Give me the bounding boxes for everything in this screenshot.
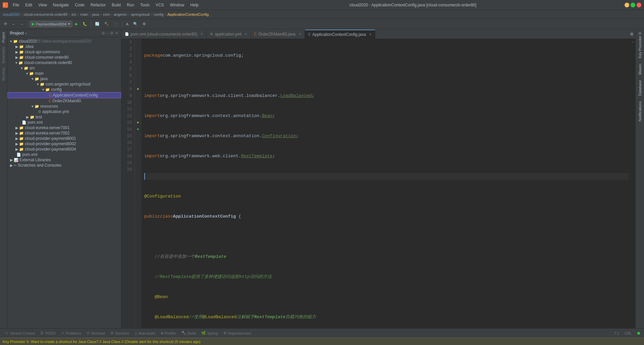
- resources-folder-icon: 📁: [35, 104, 39, 109]
- tree-pom-xml-zk[interactable]: 📄 pom.xml: [7, 120, 121, 125]
- breadcrumb-springcloud[interactable]: springcloud: [131, 12, 150, 16]
- tree-java[interactable]: ▾ 📁 java: [7, 76, 121, 81]
- tab-yml-close[interactable]: ✕: [245, 32, 247, 36]
- profiler-button[interactable]: ◈ Profiler: [159, 330, 178, 336]
- tree-eureka-7001[interactable]: ▶ 📁 cloud-eureka-server7001: [7, 125, 121, 130]
- menu-help[interactable]: Help: [187, 2, 201, 8]
- tree-scratches[interactable]: ▶ ✏ Scratches and Consoles: [7, 163, 121, 168]
- tabs-more-button[interactable]: ≡: [628, 30, 635, 38]
- tree-consumer-order80[interactable]: ▶ 📁 cloud-consumer-order80: [7, 55, 121, 60]
- back-button[interactable]: ←: [10, 21, 17, 27]
- root-folder-icon: 📁: [13, 39, 18, 44]
- dependencies-button[interactable]: ⊞ Dependencies: [222, 330, 253, 336]
- terminal-button[interactable]: ⊡ Terminal: [85, 330, 106, 336]
- breadcrumb-cloud2020[interactable]: cloud2020: [3, 12, 20, 16]
- search-everywhere-button[interactable]: 🔍: [131, 21, 140, 27]
- stop-button[interactable]: ⬛: [112, 21, 120, 27]
- spring-button[interactable]: 🌿 Spring: [200, 330, 219, 336]
- tab-app-context-config[interactable]: C ApplicationContextConfig.java ✕: [305, 30, 375, 39]
- tree-eureka-7002[interactable]: ▶ 📁 cloud-eureka-server7002: [7, 130, 121, 136]
- tab-order-close[interactable]: ✕: [299, 32, 301, 36]
- encoding-indicator[interactable]: CRL: [623, 331, 633, 336]
- breadcrumb-com[interactable]: com: [103, 12, 110, 16]
- tree-test[interactable]: ▶ 📁 test: [7, 114, 121, 120]
- tab-application-yml[interactable]: ⚙ application.yml ✕: [207, 30, 251, 39]
- sync-button[interactable]: ⟳: [2, 21, 9, 27]
- tab-app-close[interactable]: ✕: [369, 33, 372, 36]
- version-control-button[interactable]: ⌥ Version Control: [3, 330, 36, 336]
- tree-src[interactable]: ▾ 📁 src: [7, 65, 121, 71]
- tree-application-yml[interactable]: ⚙ application.yml: [7, 109, 121, 114]
- tree-idea[interactable]: ▶ 📁 .idea: [7, 44, 121, 49]
- services-button[interactable]: ⚙ Services: [109, 330, 130, 336]
- tree-app-context-config[interactable]: C ApplicationContextConfig: [7, 92, 121, 98]
- minimize-button[interactable]: [625, 3, 629, 7]
- menu-code[interactable]: Code: [72, 2, 87, 8]
- close-button[interactable]: [637, 3, 641, 7]
- menu-edit[interactable]: Edit: [22, 2, 35, 8]
- tree-pom-xml-root[interactable]: 📄 pom.xml: [7, 152, 121, 157]
- maven-label[interactable]: Maven: [637, 61, 643, 77]
- key-promoter-x-label[interactable]: Key Promoter X: [637, 30, 643, 61]
- tree-resources[interactable]: ▾ 📁 resources: [7, 104, 121, 109]
- tree-main[interactable]: ▾ 📁 main: [7, 71, 121, 76]
- breadcrumb-module[interactable]: cloud-consumerzk-order80: [23, 12, 67, 16]
- menu-file[interactable]: File: [10, 2, 22, 8]
- forward-button[interactable]: →: [18, 21, 26, 27]
- tree-api-commons[interactable]: ▶ 📁 cloud-api-commons: [7, 49, 121, 55]
- tab-order-zk-main[interactable]: C OrderZKMain80.java ✕: [251, 30, 305, 39]
- tab-pom-close[interactable]: ✕: [200, 32, 203, 36]
- menu-window[interactable]: Window: [167, 2, 187, 8]
- window-title: cloud2020 - ApplicationContextConfig.jav…: [201, 3, 625, 7]
- breadcrumb-src[interactable]: src: [71, 12, 76, 16]
- breadcrumb-java[interactable]: java: [92, 12, 99, 16]
- menu-tools[interactable]: Tools: [138, 2, 152, 8]
- debug-button[interactable]: 🐛: [80, 21, 89, 27]
- build-button[interactable]: 🔨 Build: [180, 330, 197, 336]
- run-button[interactable]: ▶: [73, 21, 80, 27]
- code-editor[interactable]: 12345 678910 1112131415 1617181920 ▶: [121, 39, 635, 328]
- bookmarks-side-label[interactable]: Bookmarks: [1, 45, 6, 65]
- sync-tree-icon[interactable]: ⊕: [102, 31, 105, 36]
- tree-order-zk-main[interactable]: C OrderZKMain80: [7, 98, 121, 104]
- close-panel-icon[interactable]: ✕: [115, 31, 118, 36]
- tree-payment-8004[interactable]: ▶ 📁 cloud-provider-payment8004: [7, 147, 121, 152]
- build-refresh-button[interactable]: 🔄: [93, 21, 102, 27]
- breadcrumb-config[interactable]: config: [154, 12, 163, 16]
- project-panel-dropdown[interactable]: ▾: [25, 32, 27, 35]
- tree-com-pkg[interactable]: ▾ 📁 com.angenin.springcloud: [7, 81, 121, 87]
- menu-navigate[interactable]: Navigate: [50, 2, 71, 8]
- problems-button[interactable]: ⚠ Problems: [60, 330, 83, 336]
- tree-config[interactable]: ▾ 📁 config: [7, 87, 121, 92]
- tab-pom-xml[interactable]: 📄 pom.xml (cloud-consumerzk-order80) ✕: [121, 30, 207, 39]
- gear-icon[interactable]: ⚙: [110, 31, 114, 36]
- maximize-button[interactable]: [631, 3, 635, 7]
- tree-payment-8001[interactable]: ▶ 📁 cloud-provider-payment8001: [7, 136, 121, 141]
- notifications-label[interactable]: Notifications: [637, 99, 643, 124]
- tree-ext-libs[interactable]: ▶ 📊 External Libraries: [7, 157, 121, 163]
- menu-run[interactable]: Run: [124, 2, 137, 8]
- translate-button[interactable]: A: [124, 21, 130, 27]
- menu-refactor[interactable]: Refactor: [88, 2, 108, 8]
- breadcrumb-angenin[interactable]: angenin: [114, 12, 127, 16]
- breadcrumb-main[interactable]: main: [80, 12, 88, 16]
- code-content[interactable]: package com.angenin.springcloud.config; …: [142, 39, 631, 328]
- todo-button[interactable]: ☰ TODO: [39, 330, 57, 336]
- structure-side-label[interactable]: Structure: [1, 66, 6, 82]
- project-side-label[interactable]: Project: [1, 31, 6, 44]
- auto-build-button[interactable]: △ Auto-build: [133, 330, 157, 336]
- database-label[interactable]: Database: [637, 77, 643, 99]
- tree-root[interactable]: ▾ 📁 cloud2020 E:\idea-workspace\cloud202…: [7, 39, 121, 44]
- breadcrumb-class[interactable]: ApplicationContextConfig: [167, 12, 209, 16]
- tree-payment-8002[interactable]: ▶ 📁 cloud-provider-payment8002: [7, 141, 121, 147]
- menu-vcs[interactable]: VCS: [153, 2, 167, 8]
- menu-view[interactable]: View: [36, 2, 50, 8]
- gutter-line-10: [135, 99, 142, 106]
- collapse-icon[interactable]: −: [106, 31, 109, 36]
- menu-build[interactable]: Build: [109, 2, 123, 8]
- tree-consumerzk-order80[interactable]: ▾ 📁 cloud-consumerzk-order80: [7, 60, 121, 65]
- app-config-label: ApplicationContextConfig: [53, 93, 98, 98]
- settings-button[interactable]: ⚙: [141, 21, 148, 27]
- build-button[interactable]: 🔨: [102, 21, 111, 27]
- run-config-dropdown[interactable]: ▶ PaymentMain8004 ▾: [30, 21, 72, 27]
